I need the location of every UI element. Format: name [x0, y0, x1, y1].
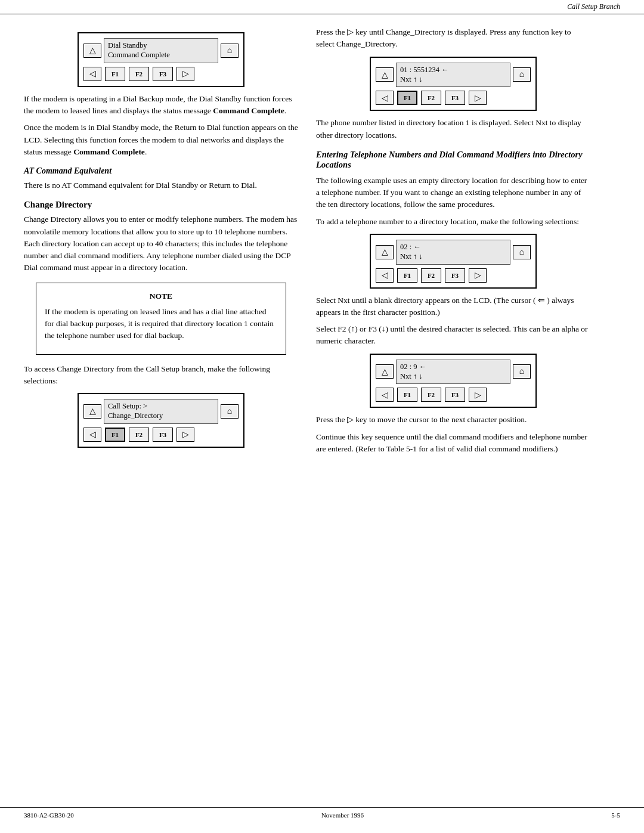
btn-f2[interactable]: F2	[129, 67, 149, 81]
lcd-r1-btn-f1[interactable]: F1	[397, 91, 417, 105]
lcd-bottom-row: ◁ F1 F2 F3 ▷	[83, 67, 239, 81]
main-content: △ Dial Standby Command Complete ⌂ ◁ F1 F…	[0, 14, 644, 507]
lcd2-btn-left[interactable]: ◁	[83, 428, 101, 442]
at-command-para: There is no AT Command equivalent for Di…	[24, 179, 298, 191]
right-arrow-icon-2: ▷	[347, 415, 354, 424]
lcd-r2-btn-right[interactable]: ▷	[469, 268, 487, 283]
bold-command-complete-1: Command Complete	[213, 106, 284, 115]
entering-numbers-para2: To add a telephone number to a directory…	[316, 216, 590, 228]
page-footer: 3810-A2-GB30-20 November 1996 5-5	[0, 807, 644, 821]
lcd-dial-standby: △ Dial Standby Command Complete ⌂ ◁ F1 F…	[78, 32, 244, 87]
lcd-r3-btn-up[interactable]: △	[376, 364, 394, 379]
bold-command-complete-2: Command Complete	[73, 147, 145, 156]
btn-left-arrow[interactable]: ◁	[83, 67, 101, 81]
lcd-r1-display-row: △ 01 : 5551234 ← Nxt ↑ ↓ ⌂	[376, 63, 531, 88]
lcd2-bottom-row: ◁ F1 F2 F3 ▷	[83, 428, 239, 442]
lcd2-screen: Call Setup: > Change_Directory	[104, 399, 218, 424]
phone-number-para: The phone number listed in directory loc…	[316, 117, 590, 141]
btn-f1[interactable]: F1	[105, 67, 125, 81]
lcd-r1-screen: 01 : 5551234 ← Nxt ↑ ↓	[396, 63, 510, 88]
footer-center: November 1996	[321, 812, 364, 819]
lcd-r2-display-row: △ 02 : ← Nxt ↑ ↓ ⌂	[376, 240, 531, 265]
lcd-r2-btn-f2[interactable]: F2	[421, 268, 441, 283]
para-return-to-dial: Once the modem is in Dial Standby mode, …	[24, 122, 298, 158]
para-dial-backup: If the modem is operating in a Dial Back…	[24, 93, 298, 117]
at-command-heading: AT Command Equivalent	[24, 166, 298, 176]
lcd-r2-btn-left[interactable]: ◁	[376, 268, 394, 283]
footer-left: 3810-A2-GB30-20	[24, 812, 74, 819]
change-directory-para1: Change Directory allows you to enter or …	[24, 213, 298, 274]
lcd2-btn-f3[interactable]: F3	[153, 428, 173, 442]
lcd-r1-line1: 01 : 5551234 ←	[400, 65, 506, 75]
lcd-r3-btn-f3[interactable]: F3	[445, 388, 465, 402]
lcd-phone-1: △ 01 : 5551234 ← Nxt ↑ ↓ ⌂ ◁ F1 F2 F3 ▷	[370, 57, 537, 112]
lcd-r2-btn-f1[interactable]: F1	[397, 268, 417, 283]
page: Call Setup Branch △ Dial Standby Command…	[0, 0, 644, 833]
lcd2-line2: Change_Directory	[108, 411, 214, 422]
lcd-r2-screen: 02 : ← Nxt ↑ ↓	[396, 240, 510, 265]
btn-up-arrow[interactable]: △	[83, 44, 101, 58]
btn-home-arrow[interactable]: ⌂	[221, 44, 239, 58]
entering-numbers-para1: The following example uses an empty dire…	[316, 175, 590, 211]
lcd2-btn-f2[interactable]: F2	[129, 428, 149, 442]
lcd-r3-btn-right[interactable]: ▷	[469, 388, 487, 402]
lcd-dir-02-9: △ 02 : 9 ← Nxt ↑ ↓ ⌂ ◁ F1 F2 F3 ▷	[370, 354, 537, 408]
lcd2-display-row: △ Call Setup: > Change_Directory ⌂	[83, 399, 239, 424]
note-box: NOTE If the modem is operating on leased…	[36, 283, 286, 355]
btn-right-arrow[interactable]: ▷	[177, 67, 194, 81]
footer-right: 5-5	[611, 812, 620, 819]
lcd-screen-1: Dial Standby Command Complete	[104, 38, 218, 63]
f2f3-para: Select F2 (↑) or F3 (↓) until the desire…	[316, 323, 590, 348]
note-body: If the modem is operating on leased line…	[45, 306, 277, 342]
lcd-r1-line2: Nxt ↑ ↓	[400, 75, 506, 85]
lcd-r1-btn-f3[interactable]: F3	[445, 91, 465, 105]
lcd-dir-02-blank: △ 02 : ← Nxt ↑ ↓ ⌂ ◁ F1 F2 F3 ▷	[370, 234, 537, 289]
lcd-r2-line2: Nxt ↑ ↓	[400, 252, 506, 262]
blank-dir-para: Select Nxt until a blank directory appea…	[316, 295, 590, 319]
press-next-char-para: Press the ▷ key to move the cursor to th…	[316, 414, 590, 426]
lcd2-btn-f1[interactable]: F1	[105, 428, 125, 442]
lcd-r1-btn-up[interactable]: △	[376, 67, 394, 82]
entering-numbers-heading: Entering Telephone Numbers and Dial Comm…	[316, 150, 590, 170]
lcd-r1-btn-right[interactable]: ▷	[469, 91, 487, 105]
lcd-line2: Command Complete	[108, 50, 214, 61]
left-column: △ Dial Standby Command Complete ⌂ ◁ F1 F…	[24, 26, 298, 460]
lcd-r2-btn-home[interactable]: ⌂	[513, 245, 531, 259]
lcd2-line1: Call Setup: >	[108, 401, 214, 411]
lcd2-btn-up[interactable]: △	[83, 404, 101, 419]
header-title: Call Setup Branch	[567, 2, 620, 11]
lcd-r2-bottom-row: ◁ F1 F2 F3 ▷	[376, 268, 531, 283]
continue-para: Continue this key sequence until the dia…	[316, 431, 590, 456]
lcd-r3-btn-f2[interactable]: F2	[421, 388, 441, 402]
lcd-r2-btn-f3[interactable]: F3	[445, 268, 465, 283]
lcd-r3-btn-f1[interactable]: F1	[397, 388, 417, 402]
lcd-r1-btn-f2[interactable]: F2	[421, 91, 441, 105]
lcd-r3-line1: 02 : 9 ←	[400, 362, 506, 371]
lcd-r1-btn-home[interactable]: ⌂	[513, 67, 531, 82]
lcd-r3-btn-left[interactable]: ◁	[376, 388, 394, 402]
lcd-r3-display-row: △ 02 : 9 ← Nxt ↑ ↓ ⌂	[376, 360, 531, 385]
lcd-r3-bottom-row: ◁ F1 F2 F3 ▷	[376, 388, 531, 402]
btn-f3[interactable]: F3	[153, 67, 173, 81]
page-header: Call Setup Branch	[0, 0, 644, 14]
lcd2-btn-home[interactable]: ⌂	[221, 404, 239, 419]
lcd-r1-bottom-row: ◁ F1 F2 F3 ▷	[376, 91, 531, 105]
entering-numbers-heading-text: Entering Telephone Numbers and Dial Comm…	[316, 150, 583, 169]
change-directory-para2: To access Change Directory from the Call…	[24, 363, 298, 388]
lcd-r3-screen: 02 : 9 ← Nxt ↑ ↓	[396, 360, 510, 385]
lcd2-btn-right[interactable]: ▷	[177, 428, 194, 442]
lcd-r2-line1: 02 : ←	[400, 242, 506, 252]
lcd-r1-btn-left[interactable]: ◁	[376, 91, 394, 105]
press-change-dir-para: Press the ▷ key until Change_Directory i…	[316, 26, 590, 51]
note-title: NOTE	[45, 290, 277, 302]
lcd-call-setup: △ Call Setup: > Change_Directory ⌂ ◁ F1 …	[78, 393, 244, 448]
lcd-r2-btn-up[interactable]: △	[376, 245, 394, 259]
lcd-r3-line2: Nxt ↑ ↓	[400, 371, 506, 382]
lcd-display-row: △ Dial Standby Command Complete ⌂	[83, 38, 239, 63]
right-arrow-icon-1: ▷	[347, 27, 354, 36]
change-directory-heading: Change Directory	[24, 200, 298, 210]
right-column: Press the ▷ key until Change_Directory i…	[316, 26, 590, 460]
lcd-line1: Dial Standby	[108, 41, 214, 50]
lcd-r3-btn-home[interactable]: ⌂	[513, 364, 531, 379]
